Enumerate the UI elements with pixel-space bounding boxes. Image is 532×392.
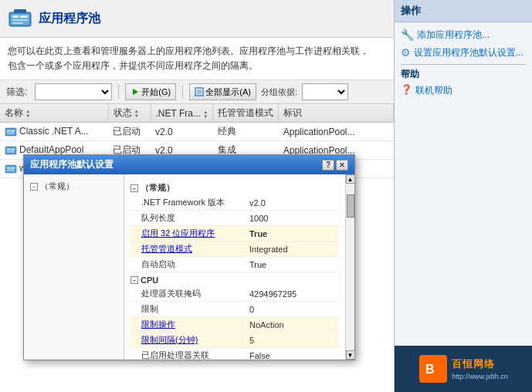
logo-area: B 百恒网络 http://www.jxbh.cn: [395, 346, 532, 392]
right-panel-header: 操作: [395, 0, 532, 22]
online-help-link[interactable]: ❓ 联机帮助: [401, 84, 526, 97]
scrollbar-thumb[interactable]: [347, 194, 354, 218]
col-net[interactable]: .NET Fra... ▲▼: [151, 104, 213, 123]
page-title: 应用程序池: [39, 11, 100, 27]
sort-icon-name: ▲▼: [25, 109, 30, 118]
dialog-title: 应用程序池默认设置: [30, 158, 114, 171]
svg-rect-13: [6, 129, 15, 135]
toolbar-separator: [118, 85, 119, 99]
help-icon: ❓: [401, 84, 412, 95]
prop-group-header[interactable]: -CPU: [130, 275, 339, 285]
svg-rect-23: [6, 166, 15, 172]
dialog-titlebar: 应用程序池默认设置 ? ✕: [24, 155, 354, 174]
page-header: 应用程序池: [0, 0, 394, 38]
prop-row: 队列长度1000: [130, 211, 339, 226]
col-name[interactable]: 名称 ▲▼: [0, 104, 108, 123]
svg-marker-7: [133, 89, 138, 95]
col-pipeline[interactable]: 托管管道模式: [213, 104, 279, 123]
svg-rect-24: [7, 167, 10, 169]
filter-label: 筛选:: [6, 86, 27, 99]
sort-icon-status: ▲▼: [134, 109, 139, 118]
svg-rect-15: [11, 130, 15, 132]
dialog: 应用程序池默认设置 ? ✕ - （常规） -（常规）.NET Framework…: [23, 154, 355, 360]
sort-icon-net: ▲▼: [203, 110, 208, 119]
dialog-tree[interactable]: - （常规）: [24, 174, 124, 360]
scroll-down-arrow[interactable]: ▼: [346, 350, 355, 360]
dialog-titlebar-buttons: ? ✕: [322, 160, 348, 171]
prop-row: 托管管道模式Integrated: [130, 242, 339, 257]
dialog-content: - （常规） -（常规）.NET Framework 版本v2.0队列长度100…: [24, 174, 354, 360]
page-description: 您可以在此页上查看和管理服务器上的应用程序池列表。应用程序池与工作进程相关联， …: [0, 38, 394, 80]
svg-rect-14: [7, 130, 10, 132]
table-header-row: 名称 ▲▼ 状态 ▲▼ .NET Fra... ▲▼ 托管管道模式: [0, 104, 394, 123]
svg-rect-26: [7, 170, 14, 171]
dialog-help-button[interactable]: ?: [322, 160, 334, 171]
section-divider: [401, 64, 526, 65]
start-icon: [130, 87, 140, 96]
prop-group-expand[interactable]: -: [130, 184, 138, 192]
svg-text:B: B: [425, 363, 435, 376]
start-button[interactable]: 开始(G): [125, 83, 176, 100]
show-all-icon: [195, 87, 204, 96]
svg-rect-4: [12, 19, 28, 21]
row-icon: [5, 163, 17, 175]
show-all-button[interactable]: 全部显示(A): [189, 83, 256, 100]
svg-rect-19: [7, 149, 10, 150]
row-icon: [5, 126, 17, 138]
dialog-close-button[interactable]: ✕: [336, 160, 348, 171]
right-panel-links: 🔧 添加应用程序池... ⚙ 设置应用程序池默认设置... 帮助 ❓ 联机帮助: [395, 22, 532, 108]
scroll-up-arrow[interactable]: ▲: [346, 174, 355, 184]
toolbar: 筛选: 开始(G) 全部显示(A) 分组依据:: [0, 80, 394, 104]
toolbar-separator2: [182, 85, 183, 99]
prop-group-header[interactable]: -（常规）: [130, 182, 339, 194]
tree-item-general[interactable]: - （常规）: [29, 179, 119, 194]
col-status[interactable]: 状态 ▲▼: [108, 104, 151, 123]
svg-rect-21: [7, 151, 14, 152]
group-label: 分组依据:: [261, 86, 297, 98]
svg-rect-5: [12, 22, 23, 24]
right-panel: 操作 🔧 添加应用程序池... ⚙ 设置应用程序池默认设置... 帮助 ❓ 联机…: [394, 0, 532, 392]
settings-icon: ⚙: [401, 46, 411, 59]
group-select[interactable]: [302, 83, 348, 100]
prop-row: 自动启动True: [130, 257, 339, 272]
svg-rect-3: [20, 15, 28, 18]
table-row[interactable]: Classic .NET A...已启动v2.0经典ApplicationPoo…: [0, 123, 394, 141]
prop-row: 已启用处理器关联False: [130, 348, 339, 360]
tree-expand-general[interactable]: -: [30, 183, 38, 191]
col-identity[interactable]: 标识: [279, 104, 394, 123]
dialog-scrollbar[interactable]: ▲ ▼: [345, 174, 354, 360]
prop-row: 限制0: [130, 302, 339, 317]
dialog-props[interactable]: -（常规）.NET Framework 版本v2.0队列长度1000启用 32 …: [124, 174, 345, 360]
prop-row: 限制操作NoAction: [130, 317, 339, 333]
prop-row: 限制间隔(分钟)5: [130, 333, 339, 348]
prop-row: 启用 32 位应用程序True: [130, 226, 339, 242]
row-icon: [5, 144, 17, 157]
svg-rect-2: [12, 15, 19, 18]
logo-text: 百恒网络: [452, 357, 508, 371]
logo-url: http://www.jxbh.cn: [452, 373, 508, 380]
set-default-settings-link[interactable]: ⚙ 设置应用程序池默认设置...: [401, 46, 526, 59]
svg-rect-20: [11, 149, 15, 150]
header-icon: [8, 6, 32, 31]
logo-icon: B: [419, 355, 447, 383]
filter-select[interactable]: [35, 83, 112, 100]
prop-row: 处理器关联掩码4294967295: [130, 286, 339, 302]
svg-rect-18: [6, 147, 15, 154]
svg-rect-25: [11, 167, 15, 169]
svg-rect-16: [7, 133, 14, 133]
prop-group-expand[interactable]: -: [130, 276, 138, 284]
help-title: 帮助: [401, 68, 526, 81]
add-app-pool-link[interactable]: 🔧 添加应用程序池...: [401, 29, 526, 42]
prop-row: .NET Framework 版本v2.0: [130, 195, 339, 211]
add-icon: 🔧: [401, 29, 414, 41]
svg-rect-6: [14, 9, 26, 13]
